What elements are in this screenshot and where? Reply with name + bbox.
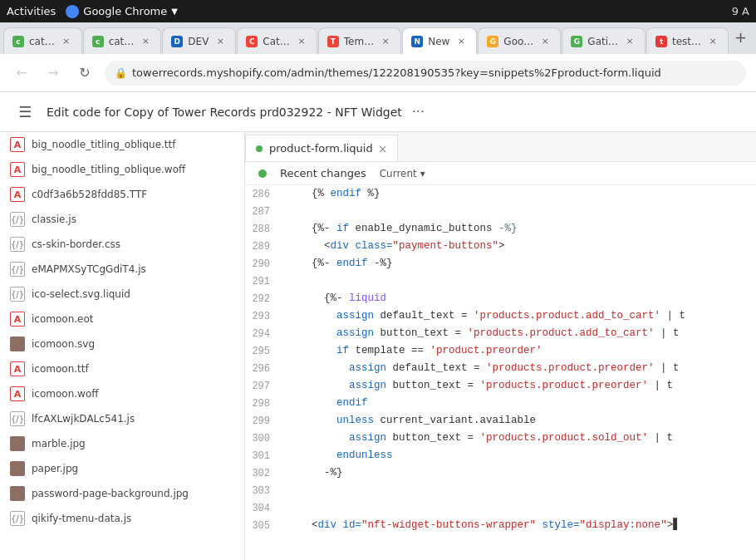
line-content[interactable]: assign button_text = 'products.product.s… <box>280 430 756 447</box>
file-tree-item[interactable]: Aicomoon.eot <box>0 307 244 332</box>
file-icon: {/} <box>10 511 25 526</box>
url-bar[interactable]: 🔒 towerrecords.myshopify.com/admin/theme… <box>105 61 746 86</box>
line-number: 291 <box>245 273 280 290</box>
browser-tab-tab9[interactable]: ttest…× <box>646 27 729 54</box>
current-version-dropdown[interactable]: Current ▾ <box>380 168 425 179</box>
recent-changes-indicator <box>258 169 267 178</box>
file-name: password-page-background.jpg <box>32 488 189 499</box>
browser-tab-tab2[interactable]: ccat…× <box>83 27 162 54</box>
file-tree-item[interactable]: Aicomoon.woff <box>0 381 244 406</box>
file-tree-sidebar: Abig_noodle_titling_oblique.ttfAbig_nood… <box>0 132 245 560</box>
line-content[interactable] <box>280 273 756 290</box>
current-version-label: Current <box>380 168 417 179</box>
tab-title: Gati… <box>587 36 618 47</box>
tab-close-button[interactable]: × <box>623 35 636 48</box>
browser-tab-tab5[interactable]: TTem…× <box>318 27 401 54</box>
code-line: 298 endif <box>245 395 756 412</box>
file-tree-item[interactable]: Ac0df3a6b528fdd85.TTF <box>0 182 244 207</box>
code-line: 295 if template == 'product.preorder' <box>245 342 756 360</box>
browser-tab-tab4[interactable]: CCat…× <box>237 27 317 54</box>
line-content[interactable]: assign button_text = 'products.product.p… <box>280 377 756 395</box>
file-name: icomoon.svg <box>32 338 95 350</box>
file-tree-item[interactable]: {/}eMAPMXSyTCgGdiT4.js <box>0 257 244 282</box>
tab-favicon: G <box>571 36 582 47</box>
tab-close-button[interactable]: × <box>139 35 152 48</box>
browser-tab-tab7[interactable]: GGoo…× <box>478 27 561 54</box>
line-content[interactable]: -%} <box>280 464 756 482</box>
line-content[interactable]: {% endif %} <box>280 185 756 203</box>
browser-tab-tab6[interactable]: NNew× <box>402 27 477 54</box>
line-content[interactable]: assign button_text = 'products.product.a… <box>280 325 756 342</box>
file-tree-item[interactable]: {/}lfcAXLwjkDALc541.js <box>0 406 244 431</box>
line-content[interactable]: {%- if enable_dynamic_buttons -%} <box>280 220 756 238</box>
line-content[interactable]: if template == 'product.preorder' <box>280 342 756 360</box>
back-button[interactable]: ← <box>10 61 33 85</box>
browser-tab-tab3[interactable]: DDEV× <box>162 27 236 54</box>
file-tree-item[interactable]: {/}classie.js <box>0 207 244 232</box>
file-name: big_noodle_titling_oblique.woff <box>32 164 185 175</box>
file-tree-item[interactable]: paper.jpg <box>0 456 244 481</box>
file-tree-item[interactable]: Abig_noodle_titling_oblique.woff <box>0 157 244 182</box>
code-line: 305 <div id="nft-widget-buttons-wrapper"… <box>245 517 756 534</box>
chrome-indicator: Google Chrome ▼ <box>66 5 178 18</box>
line-content[interactable] <box>280 203 756 220</box>
editor-tab-label: product-form.liquid <box>269 142 373 155</box>
file-icon: {/} <box>10 212 25 227</box>
line-content[interactable] <box>280 482 756 499</box>
file-tree-item[interactable]: Aicomoon.ttf <box>0 356 244 381</box>
line-number: 303 <box>245 482 280 499</box>
code-line: 299 unless current_variant.available <box>245 412 756 430</box>
file-icon: A <box>10 312 25 327</box>
file-tree-item[interactable]: marble.jpg <box>0 431 244 456</box>
line-content[interactable]: endif <box>280 395 756 412</box>
line-content[interactable]: assign default_text = 'products.product.… <box>280 360 756 377</box>
chrome-dropdown-icon[interactable]: ▼ <box>171 7 178 16</box>
browser-tab-tab1[interactable]: ccat…× <box>3 27 82 54</box>
editor-tab-close[interactable]: × <box>378 142 388 155</box>
line-number: 304 <box>245 499 280 517</box>
file-tree-item[interactable]: Abig_noodle_titling_oblique.ttf <box>0 132 244 157</box>
file-icon: {/} <box>10 411 25 426</box>
editor-tab-product-form[interactable]: product-form.liquid × <box>245 135 398 161</box>
editor-tabs: product-form.liquid × <box>245 132 756 162</box>
browser-tab-tab8[interactable]: GGati…× <box>562 27 646 54</box>
line-number: 293 <box>245 307 280 325</box>
file-tree-item[interactable]: password-page-background.jpg <box>0 481 244 506</box>
line-content[interactable]: <div id="nft-widget-buttons-wrapper" sty… <box>280 517 756 534</box>
file-name: qikify-tmenu-data.js <box>32 513 131 524</box>
line-content[interactable]: endunless <box>280 447 756 464</box>
more-options-button[interactable]: ··· <box>412 104 425 120</box>
line-content[interactable]: unless current_variant.available <box>280 412 756 430</box>
line-number: 292 <box>245 290 280 307</box>
line-number: 294 <box>245 325 280 342</box>
line-content[interactable] <box>280 499 756 517</box>
line-content[interactable]: {%- liquid <box>280 290 756 307</box>
line-content[interactable]: {%- endif -%} <box>280 255 756 273</box>
file-tree-item[interactable]: {/}ico-select.svg.liquid <box>0 282 244 307</box>
activities-label[interactable]: Activities <box>7 5 56 17</box>
tab-close-button[interactable]: × <box>60 35 73 48</box>
line-number: 296 <box>245 360 280 377</box>
code-editor[interactable]: 286 {% endif %}287 288 {%- if enable_dyn… <box>245 185 756 560</box>
tab-close-button[interactable]: × <box>379 35 392 48</box>
tab-close-button[interactable]: × <box>214 35 227 48</box>
recent-changes-bar: Recent changes Current ▾ <box>245 162 756 185</box>
file-icon: A <box>10 361 25 376</box>
tab-title: cat… <box>29 36 55 47</box>
tab-close-button[interactable]: × <box>706 35 719 48</box>
reload-button[interactable]: ↻ <box>73 61 96 85</box>
line-content[interactable]: <div class="payment-buttons"> <box>280 238 756 255</box>
line-number: 301 <box>245 447 280 464</box>
tab-close-button[interactable]: × <box>538 35 552 48</box>
new-tab-button[interactable]: + <box>729 28 752 46</box>
code-line: 293 assign default_text = 'products.prod… <box>245 307 756 325</box>
tab-title: test… <box>672 36 701 47</box>
file-tree-item[interactable]: {/}cs-skin-border.css <box>0 232 244 257</box>
file-tree-item[interactable]: icomoon.svg <box>0 332 244 356</box>
tab-close-button[interactable]: × <box>295 35 308 48</box>
file-tree-item[interactable]: {/}qikify-tmenu-data.js <box>0 506 244 531</box>
sidebar-toggle-button[interactable]: ☰ <box>13 101 37 124</box>
tab-close-button[interactable]: × <box>454 35 468 48</box>
forward-button[interactable]: → <box>42 61 65 85</box>
line-content[interactable]: assign default_text = 'products.product.… <box>280 307 756 325</box>
